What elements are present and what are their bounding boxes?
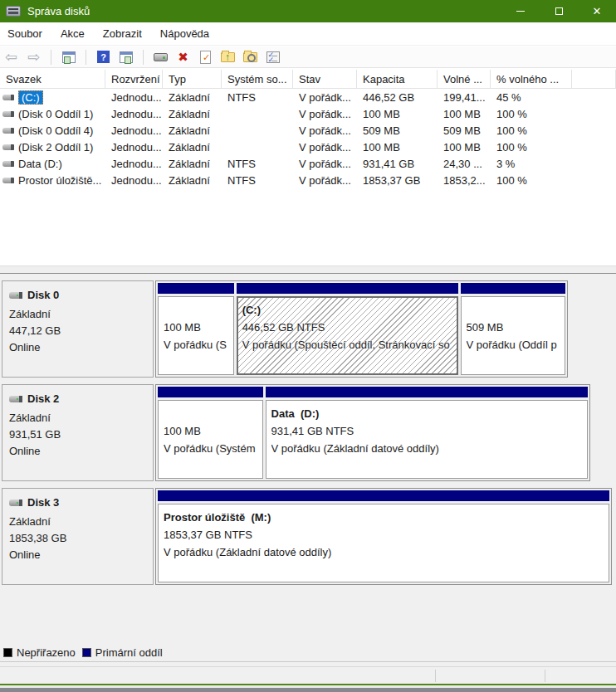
partition-recovery[interactable]: 509 MB V pořádku (Oddíl p xyxy=(461,283,565,375)
table-row[interactable]: (Disk 0 Oddíl 1) Jednodu... Základní V p… xyxy=(0,105,616,122)
legend-label: Nepřiřazeno xyxy=(17,646,76,659)
disk-device-icon[interactable] xyxy=(153,49,169,65)
toolbar-separator xyxy=(86,50,86,65)
cell-stav: V pořádk... xyxy=(293,124,357,137)
cell-pct: 3 % xyxy=(491,158,572,170)
disk-name: Disk 2 xyxy=(27,392,59,405)
status-bar xyxy=(0,666,616,684)
partition-c[interactable]: (C:) 446,52 GB NTFS V pořádku (Spouštěcí… xyxy=(237,283,458,375)
pane-splitter[interactable] xyxy=(0,266,616,274)
partitions-area: Prostor úložiště (M:) 1853,37 GB NTFS V … xyxy=(155,488,612,585)
cell-typ: Základní xyxy=(163,124,222,137)
partition-status: V pořádku (S xyxy=(164,336,233,353)
check-document-icon[interactable] xyxy=(198,49,213,65)
minimize-icon xyxy=(516,11,525,12)
disk-status: Online xyxy=(9,339,153,356)
partitions-area: 100 MB V pořádku (S (C:) 446,52 GB NTFS … xyxy=(155,280,568,378)
disk-row-disk2: Disk 2 Základní 931,51 GB Online 100 MB … xyxy=(0,384,616,481)
partition-size: 100 MB xyxy=(164,422,262,440)
menubar: Soubor Akce Zobrazit Nápověda xyxy=(0,22,616,46)
volume-icon xyxy=(2,111,14,117)
minimize-button[interactable] xyxy=(501,0,540,22)
table-row[interactable]: Prostor úložiště... Jednodu... Základní … xyxy=(0,172,616,188)
disk-info-panel[interactable]: Disk 2 Základní 931,51 GB Online xyxy=(2,384,154,481)
col-typ[interactable]: Typ xyxy=(163,70,222,88)
volume-name: Prostor úložiště... xyxy=(18,174,101,187)
back-icon[interactable]: ⇦ xyxy=(3,49,19,65)
col-kapacita[interactable]: Kapacita xyxy=(357,70,438,88)
titlebar[interactable]: Správa disků ✕ xyxy=(0,0,616,22)
delete-volume-icon[interactable]: ✖ xyxy=(175,49,191,65)
col-svazek[interactable]: Svazek xyxy=(0,70,105,88)
partition-storage-m[interactable]: Prostor úložiště (M:) 1853,37 GB NTFS V … xyxy=(158,490,609,582)
cell-kapacita: 509 MB xyxy=(357,124,438,137)
folder-up-icon[interactable] xyxy=(220,49,236,65)
partition-data-d[interactable]: Data (D:) 931,41 GB NTFS V pořádku (Zákl… xyxy=(266,387,588,479)
window-title: Správa disků xyxy=(27,5,90,17)
disk-row-disk0: Disk 0 Základní 447,12 GB Online 100 MB … xyxy=(0,280,616,378)
cell-rozvrzeni: Jednodu... xyxy=(105,174,163,187)
table-row[interactable]: (Disk 0 Oddíl 4) Jednodu... Základní V p… xyxy=(0,122,616,139)
disk-management-window: Správa disků ✕ Soubor Akce Zobrazit Nápo… xyxy=(0,0,616,692)
maximize-button[interactable] xyxy=(540,0,578,22)
cell-typ: Základní xyxy=(163,174,222,187)
partition-status: V pořádku (Základní datové oddíly) xyxy=(164,543,609,561)
cell-rozvrzeni: Jednodu... xyxy=(105,141,163,154)
col-volne[interactable]: Volné ... xyxy=(438,70,491,88)
partition-label xyxy=(164,405,262,422)
menu-zobrazit[interactable]: Zobrazit xyxy=(94,22,151,46)
disk-info-panel[interactable]: Disk 3 Základní 1853,38 GB Online xyxy=(2,488,154,585)
disk-size: 447,12 GB xyxy=(9,323,153,339)
volume-icon xyxy=(2,95,14,100)
partition-size: 1853,37 GB NTFS xyxy=(164,526,609,543)
table-row[interactable]: Data (D:) Jednodu... Základní NTFS V poř… xyxy=(0,155,616,172)
cell-rozvrzeni: Jednodu... xyxy=(105,91,163,104)
partition-status: V pořádku (Základní datové oddíly) xyxy=(271,440,587,457)
close-button[interactable]: ✕ xyxy=(578,0,616,22)
col-rozvrzeni[interactable]: Rozvržení xyxy=(105,70,163,88)
table-row[interactable]: (C:) Jednodu... Základní NTFS V pořádk..… xyxy=(0,89,616,105)
disk-drive-icon xyxy=(9,292,22,299)
disk-type: Základní xyxy=(9,306,153,323)
cell-stav: V pořádk... xyxy=(293,158,357,170)
partition-size: 509 MB xyxy=(467,319,565,336)
properties-list-icon[interactable] xyxy=(265,49,281,65)
close-icon: ✕ xyxy=(593,6,602,17)
partition-color-band xyxy=(266,387,588,397)
partition-color-band xyxy=(158,387,263,397)
disk-status: Online xyxy=(9,443,153,460)
volume-icon xyxy=(2,178,14,183)
help-icon[interactable]: ? xyxy=(95,49,111,65)
cell-pct: 100 % xyxy=(491,174,572,187)
volume-name: Data (D:) xyxy=(18,158,62,170)
action-pane-icon[interactable] xyxy=(118,49,134,65)
table-row[interactable]: (Disk 2 Oddíl 1) Jednodu... Základní V p… xyxy=(0,139,616,155)
cell-stav: V pořádk... xyxy=(293,108,357,120)
cell-rozvrzeni: Jednodu... xyxy=(105,124,163,137)
col-stav[interactable]: Stav xyxy=(293,70,357,88)
partition-size: 446,52 GB NTFS xyxy=(242,319,457,336)
col-empty[interactable] xyxy=(572,70,616,88)
menu-soubor[interactable]: Soubor xyxy=(0,22,51,46)
cell-rozvrzeni: Jednodu... xyxy=(105,158,163,170)
volume-icon xyxy=(2,144,14,150)
menu-akce[interactable]: Akce xyxy=(51,22,94,46)
cell-fs: NTFS xyxy=(222,158,293,170)
forward-icon[interactable]: ⇨ xyxy=(26,49,42,65)
cell-fs: NTFS xyxy=(222,91,293,104)
console-tree-icon[interactable] xyxy=(61,49,76,65)
partition-system[interactable]: 100 MB V pořádku (Systém xyxy=(158,387,263,479)
partition-efi[interactable]: 100 MB V pořádku (S xyxy=(158,283,234,375)
cell-kapacita: 1853,37 GB xyxy=(357,174,438,187)
col-system-souboru[interactable]: Systém so... xyxy=(222,70,293,88)
disk-type: Základní xyxy=(9,514,153,530)
cell-stav: V pořádk... xyxy=(293,174,357,187)
partition-color-band xyxy=(158,283,234,294)
disk-row-disk3: Disk 3 Základní 1853,38 GB Online Prosto… xyxy=(0,488,616,585)
folder-search-icon[interactable] xyxy=(242,49,258,65)
disk-drive-icon xyxy=(9,396,22,402)
partition-size: 931,41 GB NTFS xyxy=(271,422,587,440)
menu-napoveda[interactable]: Nápověda xyxy=(151,22,218,46)
col-pct-volneho[interactable]: % volného ... xyxy=(491,70,572,88)
disk-info-panel[interactable]: Disk 0 Základní 447,12 GB Online xyxy=(2,280,154,378)
